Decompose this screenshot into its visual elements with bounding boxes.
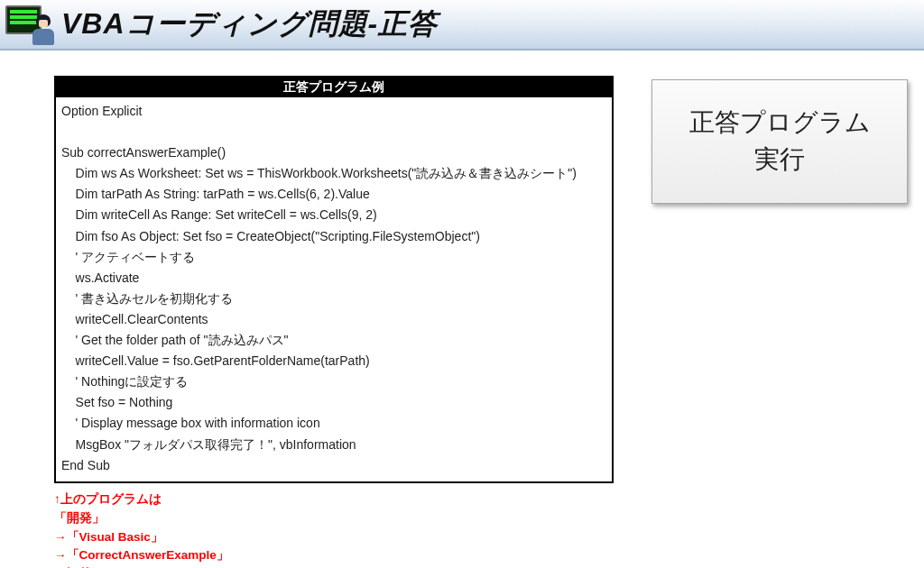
run-answer-button[interactable]: 正答プログラム 実行 xyxy=(651,79,908,204)
code-box: 正答プログラム例 Option Explicit Sub correctAnsw… xyxy=(54,76,614,483)
code-body: Option Explicit Sub correctAnswerExample… xyxy=(56,97,612,481)
code-header: 正答プログラム例 xyxy=(56,78,612,97)
page-title: VBAコーディング問題-正答 xyxy=(61,5,438,44)
coder-icon xyxy=(5,4,54,45)
title-bar: VBAコーディング問題-正答 xyxy=(0,0,924,50)
notes-text: ↑上のプログラムは 「開発」 →「Visual Basic」 →「Correct… xyxy=(54,490,924,568)
